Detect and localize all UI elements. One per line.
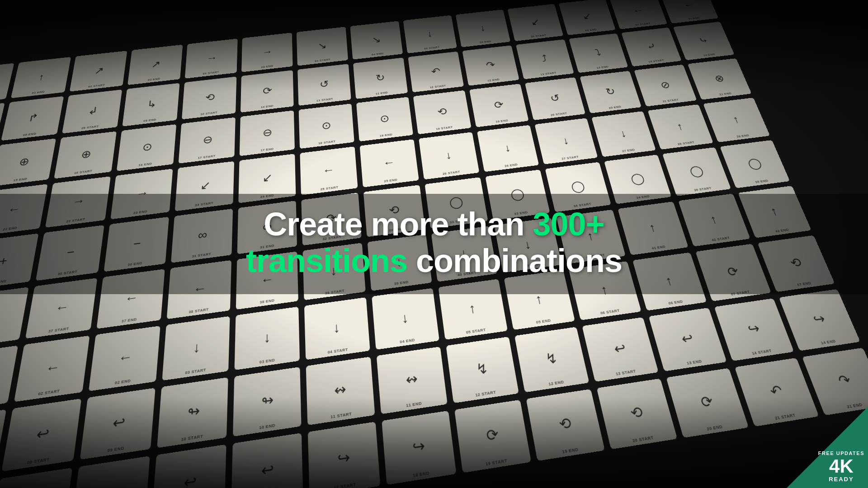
card-item: ◯35 END xyxy=(720,140,790,188)
card-icon: ↘ xyxy=(371,35,381,45)
card-label: 04 END xyxy=(353,50,403,58)
card-label: 10 START xyxy=(182,109,236,118)
card-icon: ⟲ xyxy=(557,415,572,433)
card-icon: → xyxy=(262,47,273,57)
card-label: 05 END xyxy=(461,38,510,46)
headline-line2: transitions combinations xyxy=(0,242,868,280)
card-label: 11 START xyxy=(307,408,375,423)
card-item: ⊙16 END xyxy=(117,124,176,171)
card-icon: ↘ xyxy=(317,41,326,51)
card-item: ↷12 END xyxy=(462,45,519,86)
card-icon: ↓ xyxy=(426,29,433,38)
card-item: ↩13 START xyxy=(582,317,658,382)
corner-badge: FREE UPDATES 4K READY xyxy=(787,407,868,488)
card-icon: ⊗ xyxy=(713,74,726,84)
card-icon: ⤴ xyxy=(541,54,548,64)
card-icon: ↻ xyxy=(604,87,616,97)
card-label: 19 START xyxy=(462,455,531,471)
card-label: 37 START xyxy=(26,324,91,337)
card-item: ←02 START xyxy=(14,336,90,402)
card-icon: ↱ xyxy=(27,113,39,123)
card-label: 10 END xyxy=(233,419,301,434)
card-icon: ↷ xyxy=(836,373,853,389)
card-icon: → xyxy=(206,53,217,63)
card-icon: ⊕ xyxy=(80,149,92,160)
card-icon: ⊕ xyxy=(18,156,30,168)
card-item: ↪18 END xyxy=(382,411,456,485)
card-label: 14 START xyxy=(631,57,681,66)
card-icon: ↓ xyxy=(561,136,570,146)
card-item: ↯12 END xyxy=(514,327,589,392)
card-icon: ← xyxy=(118,350,133,366)
card-item: ⊙18 END xyxy=(356,97,413,141)
card-item: ↑01 START xyxy=(0,63,14,105)
card-icon: ↩ xyxy=(112,414,126,432)
card-label: 09 END xyxy=(80,441,151,457)
card-item: ⟲19 END xyxy=(526,389,605,461)
card-icon: ◯ xyxy=(570,180,585,193)
card-item: ↓26 END xyxy=(477,125,539,172)
card-icon: ⤶ xyxy=(645,42,657,52)
card-label: 01 END xyxy=(0,396,9,411)
card-item: ↩13 END xyxy=(649,308,727,371)
card-icon: ⊙ xyxy=(379,113,390,124)
card-label: 18 START xyxy=(300,137,354,147)
card-item: ↩17 END xyxy=(231,433,303,488)
card-label: 13 START xyxy=(523,69,574,78)
card-item: ↓04 END xyxy=(372,288,439,350)
card-icon: ◯ xyxy=(688,165,705,177)
card-label: 05 END xyxy=(512,315,575,328)
card-label: 28 END xyxy=(716,131,769,141)
card-label: 12 END xyxy=(468,75,519,84)
card-icon: ⟳ xyxy=(699,394,715,411)
card-item: ⊘21 START xyxy=(634,65,697,107)
card-icon: ← xyxy=(382,157,396,169)
card-icon: ↩ xyxy=(261,461,274,479)
card-icon: ⊖ xyxy=(262,127,272,139)
card-label: 12 START xyxy=(453,386,519,401)
card-label: 03 START xyxy=(162,364,229,378)
card-item: ↻20 END xyxy=(580,71,642,113)
card-item: ↻16 END xyxy=(70,456,150,488)
card-item: ←02 END xyxy=(89,326,160,391)
card-icon: ↪ xyxy=(337,449,350,468)
card-item: ↩09 START xyxy=(1,399,81,471)
badge-ready: READY xyxy=(818,476,864,483)
card-icon: ⊙ xyxy=(321,120,331,131)
card-label: 14 START xyxy=(730,345,793,359)
card-icon: ↑ xyxy=(534,292,543,306)
card-item: ⤵13 END xyxy=(569,33,628,73)
card-item: ↻11 END xyxy=(353,57,408,99)
card-icon: ⤵ xyxy=(594,48,602,57)
card-label: 02 START xyxy=(70,81,123,90)
card-item: ⟲10 START xyxy=(182,76,236,119)
card-icon: ↓ xyxy=(401,311,409,325)
card-label: 06 END xyxy=(567,26,615,34)
card-item: ↱08 END xyxy=(1,96,64,141)
card-item: ↪14 END xyxy=(779,289,860,351)
card-item: →36 END xyxy=(0,287,29,348)
card-item: ↩17 START xyxy=(151,444,226,488)
card-icon: ↻ xyxy=(375,73,385,83)
card-icon: ↯ xyxy=(544,351,558,367)
headline-line1: Create more than 300+ xyxy=(0,206,868,242)
text-band: Create more than 300+ transitions combin… xyxy=(0,194,868,294)
card-item: ↪18 START xyxy=(308,422,380,488)
card-item: ↬10 START xyxy=(157,377,228,448)
card-label: 12 START xyxy=(412,82,463,91)
card-item: ↓27 START xyxy=(534,118,598,164)
card-label: 19 END xyxy=(536,443,604,459)
card-item: ↭11 START xyxy=(306,357,375,425)
headline-transitions: transitions xyxy=(246,243,407,279)
card-label: 20 START xyxy=(609,432,677,447)
card-icon: ↪ xyxy=(745,321,761,337)
card-label: 10 START xyxy=(157,430,227,446)
card-icon: ↙ xyxy=(530,18,540,27)
card-label: 01 END xyxy=(11,88,66,97)
card-item: ↳09 END xyxy=(122,83,179,127)
card-label: 18 END xyxy=(386,466,456,483)
card-icon: ↩ xyxy=(679,331,695,347)
card-label: 02 END xyxy=(127,75,180,84)
card-icon: ↑ xyxy=(731,114,741,125)
card-item: ⟳19 END xyxy=(469,84,528,127)
